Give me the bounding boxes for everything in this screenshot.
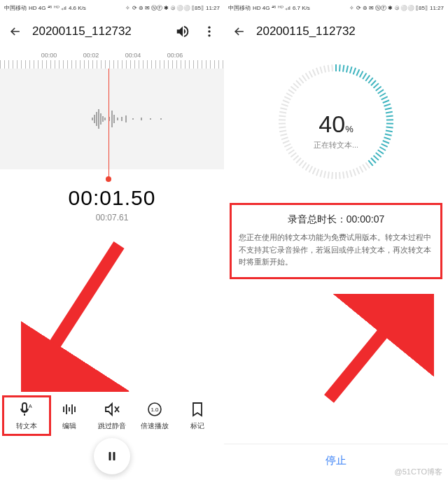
info-body: 您正在使用的转文本功能为免费试用版本。转文本过程中不支持其它录音操作，若返回或停… (239, 232, 433, 269)
svg-line-31 (346, 66, 348, 73)
svg-line-107 (296, 80, 301, 85)
back-button[interactable] (7, 23, 24, 40)
svg-line-74 (332, 172, 332, 179)
svg-line-77 (320, 170, 322, 177)
svg-rect-27 (113, 452, 115, 460)
total-time: 00:07.61 (0, 213, 224, 223)
svg-point-0 (208, 27, 210, 29)
tick-label: 00:00 (41, 52, 57, 59)
svg-line-72 (340, 172, 340, 179)
svg-line-36 (363, 73, 366, 78)
back-button[interactable] (231, 23, 248, 40)
tool-transcribe[interactable]: A 转文本 (7, 400, 46, 431)
svg-line-41 (376, 87, 382, 91)
svg-line-46 (384, 104, 391, 106)
svg-line-42 (378, 90, 384, 94)
svg-line-108 (299, 78, 303, 83)
svg-line-35 (360, 71, 363, 78)
tick-label: 00:06 (167, 52, 183, 59)
tool-label: 转文本 (16, 421, 37, 431)
timeline[interactable]: 00:00 00:02 00:04 00:06 (0, 52, 224, 169)
tick-label: 00:04 (125, 52, 141, 59)
progress-label: 正在转文本... (273, 140, 399, 150)
svg-line-67 (356, 168, 359, 174)
svg-line-119 (329, 305, 406, 399)
svg-line-32 (350, 66, 352, 73)
tool-label: 倍速播放 (141, 421, 169, 431)
svg-line-111 (309, 71, 313, 78)
progress-percent: 40% (273, 111, 399, 138)
svg-line-110 (306, 73, 309, 78)
svg-line-83 (299, 160, 303, 166)
svg-point-1 (208, 30, 210, 32)
svg-line-76 (324, 171, 326, 178)
clock-label: 11:27 (430, 5, 444, 11)
speaker-icon[interactable] (175, 24, 190, 39)
network-label: HD 4G (29, 5, 46, 11)
svg-line-116 (328, 65, 329, 72)
tool-label: 标记 (190, 421, 204, 431)
svg-line-59 (378, 150, 384, 154)
clock-label: 11:27 (206, 5, 220, 11)
svg-line-65 (363, 164, 366, 170)
status-icons: ✧ ⟳ ⊛ ✉ ⓃⒻ ✱ ⧁ ⚪⚪ ⟦85⟧ (349, 4, 428, 12)
svg-line-66 (360, 167, 363, 173)
bookmark-icon (188, 400, 206, 418)
svg-line-112 (313, 69, 316, 76)
svg-line-30 (343, 65, 344, 72)
status-icons: ✧ ⟳ ⊛ ✉ ⓃⒻ ✱ ⧁ ⚪⚪ ⟦85⟧ (125, 4, 204, 12)
more-icon[interactable] (202, 24, 217, 39)
progress-ring: 40% 正在转文本... (273, 59, 399, 185)
svg-line-86 (290, 153, 296, 157)
signal-icon: ⁴⁶ ᴴᴰ ₊ıl (48, 5, 66, 11)
transcribe-icon: A (18, 400, 36, 418)
svg-line-105 (290, 87, 296, 91)
toolbar: A 转文本 编辑 跳过静音 1.0 倍速播放 标记 (0, 400, 224, 431)
status-bar: 中国移动 HD 4G ⁴⁶ ᴴᴰ ₊ıl 4.6 K/s ✧ ⟳ ⊛ ✉ ⓃⒻ … (0, 0, 224, 15)
tool-label: 跳过静音 (98, 421, 126, 431)
svg-line-45 (383, 100, 389, 103)
stop-button[interactable]: 停止 (224, 444, 448, 467)
annotation-arrow (315, 294, 434, 413)
svg-line-64 (365, 162, 370, 168)
svg-line-63 (368, 160, 372, 166)
carrier-label: 中国移动 (228, 4, 251, 12)
svg-line-104 (288, 90, 294, 94)
svg-line-47 (385, 108, 392, 109)
playhead[interactable] (108, 69, 109, 178)
current-time: 00:01.50 (0, 186, 224, 210)
screen-transcribe: 中国移动 HD 4G ⁴⁶ ᴴᴰ ₊ıl 6.7 K/s ✧ ⟳ ⊛ ✉ ⓃⒻ … (224, 0, 448, 480)
svg-line-102 (284, 97, 290, 99)
svg-text:1.0: 1.0 (150, 407, 159, 413)
page-title: 20200115_112732 (32, 24, 175, 38)
tool-skip-silence[interactable]: 跳过静音 (92, 400, 132, 431)
network-label: HD 4G (253, 5, 270, 11)
speed-label: 6.7 K/s (293, 5, 310, 11)
svg-line-109 (302, 76, 307, 81)
pause-button[interactable] (94, 438, 130, 474)
svg-line-79 (313, 168, 316, 174)
carrier-label: 中国移动 (4, 4, 27, 12)
tool-edit[interactable]: 编辑 (50, 400, 89, 431)
svg-text:A: A (29, 404, 32, 409)
status-bar: 中国移动 HD 4G ⁴⁶ ᴴᴰ ₊ıl 6.7 K/s ✧ ⟳ ⊛ ✉ ⓃⒻ … (224, 0, 448, 15)
svg-line-82 (302, 162, 307, 168)
tool-bookmark[interactable]: 标记 (178, 400, 217, 431)
header: 20200115_112732 (0, 15, 224, 48)
svg-line-38 (368, 78, 372, 83)
svg-line-61 (374, 155, 379, 160)
svg-line-68 (354, 169, 356, 176)
edit-icon (60, 400, 78, 418)
waveform[interactable] (0, 69, 224, 169)
svg-line-34 (356, 69, 359, 76)
svg-line-43 (379, 93, 386, 97)
speed-label: 4.6 K/s (69, 5, 86, 11)
ruler (0, 60, 224, 69)
svg-line-78 (316, 169, 318, 176)
svg-line-39 (371, 80, 376, 85)
annotation-arrow (21, 238, 140, 392)
svg-point-2 (208, 34, 210, 36)
tool-speed[interactable]: 1.0 倍速播放 (135, 400, 174, 431)
svg-line-44 (382, 97, 388, 99)
speed-icon: 1.0 (146, 400, 164, 418)
